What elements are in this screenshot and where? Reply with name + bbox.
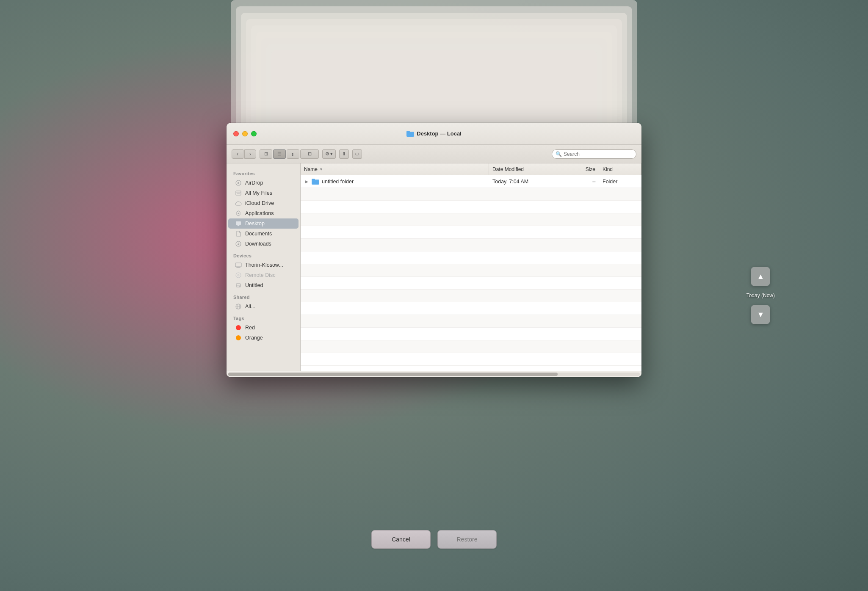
sidebar-item-computer[interactable]: Thorin-Klosow... (228, 260, 299, 270)
scrollbar[interactable] (227, 371, 641, 377)
downloads-label: Downloads (245, 241, 271, 247)
tag-button[interactable]: ⬭ (352, 149, 362, 159)
folder-icon (312, 179, 319, 185)
drive-icon (235, 282, 242, 289)
icon-view-icon: ⊞ (264, 151, 268, 157)
svg-rect-10 (235, 263, 241, 267)
forward-button[interactable]: › (244, 149, 256, 159)
name-column-header[interactable]: Name ▼ (301, 163, 489, 175)
computer-label: Thorin-Klosow... (245, 262, 283, 268)
title-content: Desktop — Local (406, 130, 461, 137)
window-title: Desktop — Local (417, 130, 461, 137)
sidebar-item-red[interactable]: Red (228, 323, 299, 333)
gear-dropdown-icon: ▾ (330, 151, 333, 157)
network-icon (235, 303, 242, 310)
size-column-header[interactable]: Size (565, 163, 599, 175)
title-folder-icon (406, 131, 414, 137)
search-input[interactable] (564, 151, 633, 157)
file-size-cell: -- (565, 179, 599, 185)
timemachine-up-button[interactable]: ▲ (751, 267, 770, 286)
restore-button[interactable]: Restore (437, 530, 497, 549)
maximize-button[interactable] (251, 131, 257, 136)
favorites-header: Favorites (227, 167, 300, 178)
svg-rect-6 (236, 221, 241, 225)
icon-view-button[interactable]: ⊞ (260, 149, 272, 159)
svg-rect-12 (236, 267, 240, 268)
svg-point-15 (238, 275, 238, 275)
gear-icon: ⚙ (325, 151, 329, 157)
column-view-icon: ⫾ (292, 152, 294, 157)
file-name: untitled folder (322, 179, 354, 185)
cover-flow-icon: ⊟ (308, 151, 312, 157)
svg-rect-7 (238, 225, 239, 226)
airdrop-label: AirDrop (245, 180, 263, 186)
empty-row (301, 277, 641, 290)
empty-row (301, 340, 641, 353)
list-view-button[interactable]: ☰ (273, 149, 286, 159)
close-button[interactable] (233, 131, 239, 136)
remotedisc-icon (235, 272, 242, 279)
sidebar-item-documents[interactable]: Documents (228, 229, 299, 239)
sidebar-item-desktop[interactable]: Desktop (228, 218, 299, 229)
untitled-label: Untitled (245, 282, 263, 288)
documents-icon (235, 230, 242, 237)
file-list-header: Name ▼ Date Modified Size Kind (301, 163, 641, 175)
file-kind-cell: Folder (599, 179, 641, 185)
share-icon: ⬆ (342, 151, 346, 157)
scrollbar-thumb[interactable] (228, 373, 558, 376)
sidebar-item-remotedisc[interactable]: Remote Disc (228, 270, 299, 280)
svg-rect-2 (236, 191, 241, 195)
sidebar-item-untitled[interactable]: Untitled (228, 280, 299, 290)
sidebar-item-applications[interactable]: Applications (228, 208, 299, 218)
action-button[interactable]: ⚙ ▾ (322, 149, 336, 159)
empty-row (301, 302, 641, 315)
empty-row (301, 353, 641, 366)
down-arrow-icon: ▼ (757, 310, 764, 319)
sidebar-item-downloads[interactable]: Downloads (228, 239, 299, 249)
documents-label: Documents (245, 231, 272, 237)
share-button[interactable]: ⬆ (339, 149, 349, 159)
sidebar: Favorites AirDrop (227, 163, 301, 371)
allfiles-label: All My Files (245, 190, 272, 196)
orange-tag-label: Orange (245, 335, 263, 341)
timemachine-nav: ▲ Today (Now) ▼ (746, 267, 775, 324)
downloads-icon (235, 240, 242, 247)
empty-row (301, 251, 641, 264)
traffic-lights (233, 131, 257, 136)
minimize-button[interactable] (242, 131, 248, 136)
sidebar-item-all[interactable]: All... (228, 301, 299, 312)
empty-row (301, 226, 641, 239)
svg-rect-11 (237, 267, 240, 268)
timemachine-down-button[interactable]: ▼ (751, 305, 770, 324)
red-tag-label: Red (245, 325, 255, 331)
desktop-label: Desktop (245, 221, 265, 226)
airdrop-icon (235, 180, 242, 186)
empty-row (301, 328, 641, 340)
applications-label: Applications (245, 210, 274, 216)
file-list: Name ▼ Date Modified Size Kind ▶ un (301, 163, 641, 371)
sidebar-item-icloud[interactable]: iCloud Drive (228, 198, 299, 208)
sidebar-item-allfiles[interactable]: All My Files (228, 188, 299, 198)
red-tag-icon (235, 324, 242, 331)
sidebar-item-orange[interactable]: Orange (228, 333, 299, 343)
expand-arrow[interactable]: ▶ (304, 179, 309, 184)
file-row[interactable]: ▶ untitled folder Today, 7:04 AM -- Fold… (301, 175, 641, 188)
search-box[interactable]: 🔍 (552, 149, 636, 159)
svg-point-5 (238, 213, 239, 214)
modified-column-header[interactable]: Date Modified (489, 163, 565, 175)
cover-flow-button[interactable]: ⊟ (300, 149, 319, 159)
sidebar-item-airdrop[interactable]: AirDrop (228, 178, 299, 188)
empty-row (301, 188, 641, 201)
kind-column-header[interactable]: Kind (599, 163, 641, 175)
back-button[interactable]: ‹ (232, 149, 243, 159)
timemachine-label: Today (Now) (746, 293, 775, 298)
empty-row (301, 264, 641, 277)
up-arrow-icon: ▲ (757, 272, 764, 281)
cancel-button[interactable]: Cancel (371, 530, 431, 549)
toolbar: ‹ › ⊞ ☰ ⫾ ⊟ ⚙ ▾ ⬆ (227, 145, 641, 163)
file-modified-cell: Today, 7:04 AM (489, 179, 565, 185)
file-name-cell: ▶ untitled folder (301, 179, 489, 185)
column-view-button[interactable]: ⫾ (287, 149, 299, 159)
icloud-icon (235, 200, 242, 207)
allfiles-icon (235, 190, 242, 196)
